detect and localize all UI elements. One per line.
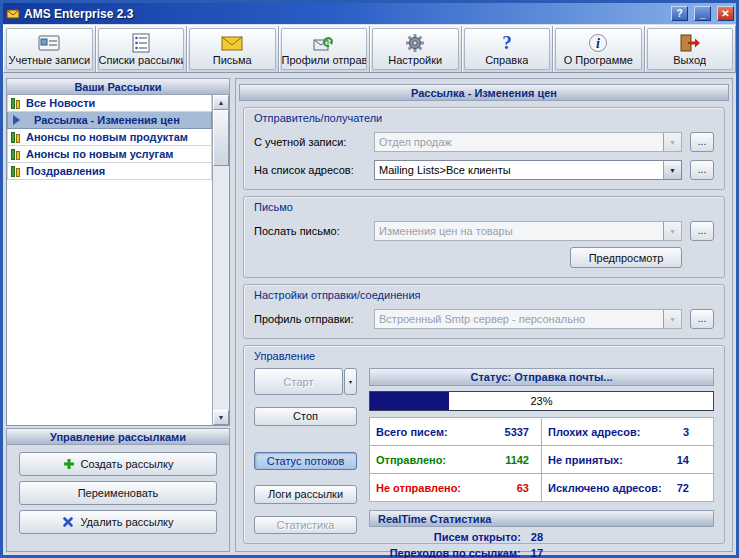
address-list-label: На список адресов:	[254, 164, 366, 176]
group-title: Настройки отправки/соединения	[254, 287, 714, 301]
stat-sent: Отправлено:1142	[370, 446, 542, 474]
toolbar-label: О Программе	[564, 54, 633, 66]
toolbar-button-exit[interactable]: Выход	[647, 28, 734, 70]
main-panel: Рассылка - Изменения цен Отправитель/пол…	[235, 78, 733, 552]
toolbar: Учетные записи Списки рассылки Письма Пр…	[3, 25, 736, 73]
sidebar-item-all-news[interactable]: Все Новости	[7, 95, 212, 112]
stat-bad-addresses: Плохих адресов:3	[542, 418, 714, 446]
start-button[interactable]: Старт	[254, 368, 343, 395]
toolbar-label: Учетные записи	[8, 54, 90, 66]
toolbar-label: Профили отправки	[282, 54, 367, 66]
sidebar-item-label: Рассылка - Изменения цен	[34, 114, 180, 126]
mailing-books-icon	[11, 166, 22, 177]
scrollbar-track[interactable]	[213, 110, 229, 410]
about-info-icon: i	[586, 32, 610, 54]
stat-total-letters: Всего писем:5337	[370, 418, 542, 446]
toolbar-label: Справка	[485, 54, 528, 66]
stat-not-accepted: Не принятых:14	[542, 446, 714, 474]
sidebar-item-price-changes[interactable]: Рассылка - Изменения цен	[7, 112, 212, 129]
toolbar-button-letters[interactable]: Письма	[189, 28, 276, 70]
send-profile-browse-button[interactable]: ...	[690, 309, 714, 329]
mailing-books-icon	[11, 98, 22, 109]
mailing-books-icon	[11, 132, 22, 143]
sidebar: Ваши Рассылки Все Новости Рассылка - Изм…	[6, 78, 230, 552]
stop-button[interactable]: Стоп	[254, 407, 357, 426]
group-title: Управление	[254, 348, 714, 362]
letter-label: Послать письмо:	[254, 225, 366, 237]
send-profile-label: Профиль отправки:	[254, 313, 366, 325]
delete-mailing-button[interactable]: Удалить рассылку	[19, 510, 217, 534]
toolbar-label: Настройки	[388, 54, 442, 66]
close-button[interactable]: ✕	[717, 6, 734, 21]
titlebar: AMS Enterprise 2.3 ? _ ✕	[3, 3, 736, 24]
stat-excluded-addresses: Исключено адресов:72	[542, 474, 714, 502]
scroll-up-icon[interactable]: ▲	[213, 95, 229, 110]
svg-text:i: i	[596, 36, 600, 51]
status-text: Статус: Отправка почты...	[369, 368, 714, 386]
realtime-header: RealTime Статистика	[369, 510, 714, 527]
letter-combo[interactable]: Изменения цен на товары ▼	[374, 221, 682, 241]
sidebar-item-new-products[interactable]: Анонсы по новым продуктам	[7, 129, 212, 146]
rename-mailing-button[interactable]: Переименовать	[19, 481, 217, 505]
scroll-down-icon[interactable]: ▼	[213, 410, 229, 425]
selected-arrow-icon	[13, 115, 28, 125]
exit-door-icon	[678, 32, 702, 54]
dropdown-arrow-icon: ▼	[663, 310, 681, 328]
account-combo[interactable]: Отдел продаж ▼	[374, 132, 682, 152]
toolbar-button-about[interactable]: i О Программе	[555, 28, 642, 70]
account-label: С учетной записи:	[254, 136, 366, 148]
sidebar-item-label: Все Новости	[26, 97, 95, 109]
send-profile-combo[interactable]: Встроенный Smtp сервер - персонально ▼	[374, 309, 682, 329]
management-header: Управление рассылками	[6, 428, 230, 445]
preview-button[interactable]: Предпросмотр	[570, 247, 682, 268]
sidebar-header: Ваши Рассылки	[6, 78, 230, 95]
letter-group: Письмо Послать письмо: Изменения цен на …	[243, 196, 725, 278]
start-options-arrow-icon[interactable]: ▾	[344, 368, 357, 395]
realtime-opened-row: Писем открыто: 28	[369, 531, 714, 543]
status-area: Статус: Отправка почты... 23% Всего писе…	[369, 368, 714, 534]
dropdown-arrow-icon: ▼	[663, 133, 681, 151]
sidebar-item-label: Поздравления	[26, 165, 105, 177]
minimize-button[interactable]: _	[694, 6, 711, 21]
toolbar-label: Выход	[673, 54, 706, 66]
help-question-icon: ?	[495, 32, 519, 54]
help-window-button[interactable]: ?	[671, 6, 688, 21]
control-buttons: Старт ▾ Стоп Статус потоков Логи рассылк…	[254, 368, 357, 534]
stat-not-sent: Не отправлено:63	[370, 474, 542, 502]
letter-browse-button[interactable]: ...	[690, 221, 714, 241]
account-browse-button[interactable]: ...	[690, 132, 714, 152]
sidebar-scrollbar[interactable]: ▲ ▼	[212, 95, 229, 425]
dropdown-arrow-icon: ▼	[663, 222, 681, 240]
toolbar-button-send-profiles[interactable]: Профили отправки	[281, 28, 368, 70]
sender-recipients-group: Отправитель/получатели С учетной записи:…	[243, 107, 725, 190]
thread-status-button[interactable]: Статус потоков	[254, 452, 357, 471]
realtime-clicks-row: Переходов по ссылкам: 17	[369, 547, 714, 558]
statistics-button[interactable]: Статистика	[254, 516, 357, 535]
toolbar-button-accounts[interactable]: Учетные записи	[6, 28, 93, 70]
toolbar-button-help[interactable]: ? Справка	[464, 28, 551, 70]
create-mailing-button[interactable]: Создать рассылку	[19, 452, 217, 476]
scrollbar-thumb[interactable]	[213, 110, 229, 166]
letters-icon	[220, 32, 244, 54]
toolbar-button-settings[interactable]: Настройки	[372, 28, 459, 70]
mailing-list: Все Новости Рассылка - Изменения цен Ано…	[6, 95, 230, 426]
send-settings-group: Настройки отправки/соединения Профиль от…	[243, 284, 725, 339]
settings-gear-icon	[403, 32, 427, 54]
group-title: Отправитель/получатели	[254, 110, 714, 124]
address-list-browse-button[interactable]: ...	[690, 160, 714, 180]
sidebar-item-label: Анонсы по новым услугам	[26, 148, 173, 160]
app-window: AMS Enterprise 2.3 ? _ ✕ Учетные записи …	[0, 0, 739, 558]
address-list-combo[interactable]: Mailing Lists>Все клиенты ▼	[374, 160, 682, 180]
content-area: Ваши Рассылки Все Новости Рассылка - Изм…	[3, 75, 736, 555]
sidebar-item-new-services[interactable]: Анонсы по новым услугам	[7, 146, 212, 163]
plus-icon	[63, 458, 75, 470]
control-group: Управление Старт ▾ Стоп Статус потоков Л…	[243, 345, 725, 544]
progress-percent-label: 23%	[370, 392, 713, 410]
app-icon	[6, 7, 20, 21]
mailing-lists-icon	[129, 32, 153, 54]
toolbar-button-mailing-lists[interactable]: Списки рассылки	[98, 28, 185, 70]
mailing-logs-button[interactable]: Логи рассылки	[254, 485, 357, 504]
accounts-icon	[37, 32, 61, 54]
sidebar-item-congratulations[interactable]: Поздравления	[7, 163, 212, 180]
stats-table: Всего писем:5337 Плохих адресов:3 Отправ…	[369, 417, 714, 502]
